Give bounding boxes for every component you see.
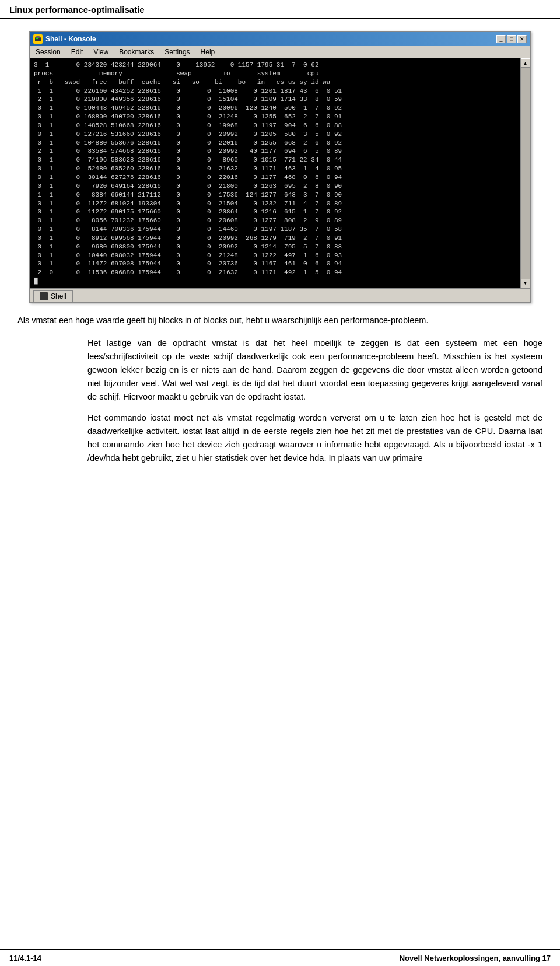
- menu-session[interactable]: Session: [33, 47, 63, 57]
- intro-paragraph: Als vmstat een hoge waarde geeft bij blo…: [18, 314, 542, 327]
- konsole-tabbar: Shell: [30, 288, 530, 302]
- konsole-menubar: Session Edit View Bookmarks Settings Hel…: [30, 46, 530, 58]
- tab-icon: [40, 292, 48, 300]
- maximize-button[interactable]: □: [507, 35, 516, 43]
- page-title: Linux performance-optimalisatie: [9, 5, 145, 15]
- svg-rect-1: [36, 36, 40, 38]
- terminal-area: 3 1 0 234320 423244 229064 0 13952 0 115…: [30, 58, 530, 288]
- scrollbar-track[interactable]: [521, 68, 530, 279]
- konsole-app-icon: [33, 34, 43, 44]
- konsole-titlebar: Shell - Konsole _ □ ✕: [30, 32, 530, 46]
- svg-rect-2: [36, 38, 38, 39]
- titlebar-left: Shell - Konsole: [33, 34, 96, 44]
- body-text-1: Het lastige van de opdracht vmstat is da…: [88, 337, 542, 404]
- konsole-title: Shell - Konsole: [46, 35, 96, 43]
- terminal-content: 3 1 0 234320 423244 229064 0 13952 0 115…: [30, 58, 520, 288]
- body-indent-1: Het lastige van de opdracht vmstat is da…: [88, 337, 542, 404]
- intro-text-content: Als vmstat een hoge waarde geeft bij blo…: [18, 316, 428, 325]
- konsole-window: Shell - Konsole _ □ ✕ Session Edit View …: [29, 31, 531, 303]
- svg-rect-0: [35, 37, 41, 41]
- footer-left: 11/4.1-14: [9, 954, 41, 963]
- page-header: Linux performance-optimalisatie: [0, 0, 560, 19]
- menu-settings[interactable]: Settings: [162, 47, 192, 57]
- scroll-down-button[interactable]: ▼: [521, 279, 530, 288]
- menu-bookmarks[interactable]: Bookmarks: [117, 47, 156, 57]
- tab-label: Shell: [51, 292, 66, 300]
- terminal-output[interactable]: 3 1 0 234320 423244 229064 0 13952 0 115…: [30, 58, 520, 288]
- konsole-window-buttons: _ □ ✕: [496, 35, 527, 43]
- terminal-text: 3 1 0 234320 423244 229064 0 13952 0 115…: [34, 61, 517, 286]
- menu-edit[interactable]: Edit: [69, 47, 86, 57]
- terminal-scrollbar[interactable]: ▲ ▼: [520, 58, 530, 288]
- body-section-2: Het commando iostat moet net als vmstat …: [18, 411, 542, 466]
- menu-view[interactable]: View: [91, 47, 111, 57]
- scroll-up-button[interactable]: ▲: [521, 58, 530, 68]
- shell-tab[interactable]: Shell: [33, 290, 73, 302]
- close-button[interactable]: ✕: [517, 35, 527, 43]
- menu-help[interactable]: Help: [198, 47, 218, 57]
- footer-right: Novell Netwerkoplossingen, aanvulling 17: [400, 954, 551, 963]
- body-text-2: Het commando iostat moet net als vmstat …: [88, 411, 542, 466]
- main-content: Shell - Konsole _ □ ✕ Session Edit View …: [0, 19, 560, 484]
- body-section-1: Het lastige van de opdracht vmstat is da…: [18, 337, 542, 404]
- body-indent-2: Het commando iostat moet net als vmstat …: [88, 411, 542, 466]
- page-footer: 11/4.1-14 Novell Netwerkoplossingen, aan…: [0, 949, 560, 966]
- minimize-button[interactable]: _: [496, 35, 506, 43]
